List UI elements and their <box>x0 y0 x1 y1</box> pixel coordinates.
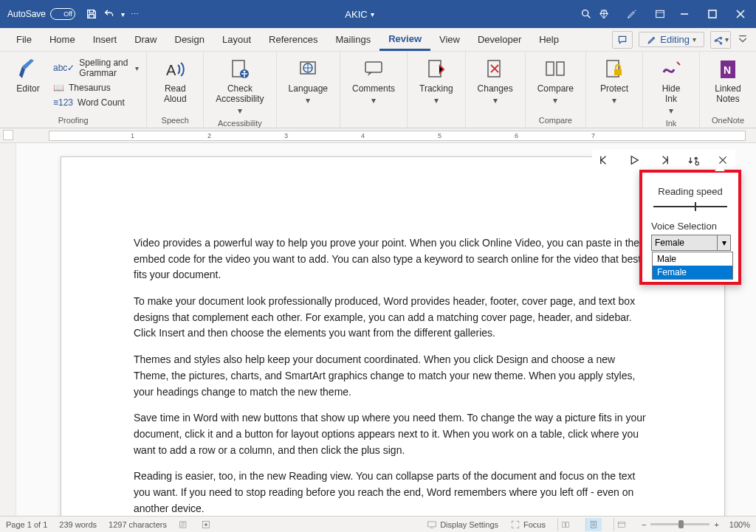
chevron-down-icon: ▾ <box>717 235 730 250</box>
voice-selection-label: Voice Selection <box>651 221 729 232</box>
focus-button[interactable]: Focus <box>510 519 546 530</box>
page-number[interactable]: Page 1 of 1 <box>6 520 47 529</box>
tab-home[interactable]: Home <box>41 28 84 51</box>
tab-file[interactable]: File <box>7 28 41 51</box>
tab-references[interactable]: References <box>260 28 326 51</box>
share-button[interactable]: ▾ <box>710 31 731 49</box>
status-bar: Page 1 of 1 239 words 1297 characters Di… <box>0 516 756 532</box>
macro-status-icon[interactable] <box>201 519 211 530</box>
tracking-button[interactable]: Tracking▾ <box>415 55 458 108</box>
voice-selection-combo[interactable]: Female ▾ Male Female <box>651 235 731 251</box>
reading-speed-slider[interactable] <box>653 206 727 207</box>
zoom-in-button[interactable]: + <box>714 520 718 529</box>
play-button[interactable] <box>626 152 642 168</box>
popup-arrow-icon <box>715 165 725 171</box>
save-icon[interactable] <box>86 8 97 20</box>
web-layout-view-button[interactable] <box>614 518 630 531</box>
svg-point-0 <box>583 10 588 16</box>
language-button[interactable]: Language▾ <box>284 55 332 108</box>
tab-developer[interactable]: Developer <box>469 28 530 51</box>
toggle-off-icon: Off <box>50 8 75 20</box>
document-workspace: Video provides a powerful way to help yo… <box>0 143 756 516</box>
word-count-button[interactable]: ≡123Word Count <box>53 97 139 108</box>
vertical-ruler[interactable] <box>0 143 16 516</box>
paragraph: To make your document look professionall… <box>134 294 652 342</box>
tab-review[interactable]: Review <box>379 28 430 51</box>
changes-button[interactable]: Changes▾ <box>473 55 518 108</box>
maximize-button[interactable] <box>700 4 725 24</box>
protect-button[interactable]: Protect▾ <box>594 55 635 108</box>
undo-more-icon[interactable]: ▾ <box>121 10 125 18</box>
pencil-icon <box>647 35 657 45</box>
svg-rect-10 <box>429 61 441 77</box>
word-count-status[interactable]: 239 words <box>59 520 97 529</box>
group-compare: Compare <box>533 114 578 128</box>
read-aloud-button[interactable]: A Read Aloud <box>154 55 196 106</box>
svg-rect-12 <box>546 62 554 75</box>
voice-option-female[interactable]: Female <box>653 266 732 279</box>
tab-view[interactable]: View <box>430 28 469 51</box>
zoom-level[interactable]: 100% <box>729 520 750 529</box>
linked-notes-button[interactable]: N Linked Notes <box>707 55 749 106</box>
collapse-ribbon-icon[interactable] <box>737 34 749 46</box>
character-count-status[interactable]: 1297 characters <box>109 520 167 529</box>
check-accessibility-button[interactable]: Check Accessibility▾ <box>211 55 268 117</box>
settings-button[interactable] <box>685 152 701 168</box>
close-button[interactable] <box>728 4 753 24</box>
paragraph: Reading is easier, too, in the new Readi… <box>134 469 652 516</box>
title-bar: AutoSave Off ▾ ⋯ AKIC▾ <box>0 0 756 28</box>
search-icon[interactable] <box>580 8 592 20</box>
zoom-control[interactable]: − + 100% <box>642 520 750 529</box>
comments-pane-button[interactable] <box>612 31 633 49</box>
minimize-button[interactable] <box>672 4 697 24</box>
voice-option-male[interactable]: Male <box>653 252 732 266</box>
compare-button[interactable]: Compare▾ <box>533 55 578 108</box>
thesaurus-button[interactable]: 📖Thesaurus <box>53 83 139 93</box>
tab-help[interactable]: Help <box>530 28 568 51</box>
svg-rect-24 <box>619 522 625 527</box>
editing-mode-button[interactable]: Editing▾ <box>639 32 704 47</box>
spell-check-status-icon[interactable] <box>179 519 189 530</box>
tab-insert[interactable]: Insert <box>84 28 126 51</box>
previous-button[interactable] <box>597 152 613 168</box>
document-page[interactable]: Video provides a powerful way to help yo… <box>61 156 725 516</box>
svg-rect-1 <box>656 10 664 17</box>
svg-point-21 <box>205 523 207 526</box>
tab-design[interactable]: Design <box>166 28 213 51</box>
window-controls <box>672 4 753 24</box>
zoom-out-button[interactable]: − <box>642 520 646 529</box>
tab-draw[interactable]: Draw <box>126 28 165 51</box>
editor-button[interactable]: Editor <box>7 55 49 96</box>
tab-mailings[interactable]: Mailings <box>327 28 380 51</box>
ruler-corner <box>3 130 13 140</box>
read-aloud-toolbar <box>592 149 735 171</box>
horizontal-ruler[interactable]: 1 2 3 4 5 6 7 <box>0 128 756 143</box>
print-layout-view-button[interactable] <box>585 518 602 531</box>
tab-layout[interactable]: Layout <box>213 28 260 51</box>
svg-rect-23 <box>591 521 597 528</box>
ribbon-review: Editor abc✓Spelling and Grammar▾ 📖Thesau… <box>0 52 756 128</box>
read-mode-view-button[interactable] <box>557 518 574 531</box>
undo-icon[interactable] <box>103 8 115 20</box>
window-app-icon[interactable] <box>654 8 666 20</box>
display-settings-button[interactable]: Display Settings <box>427 519 498 530</box>
svg-point-6 <box>243 71 245 73</box>
document-title[interactable]: AKIC▾ <box>139 9 580 20</box>
hide-ink-button[interactable]: Hide Ink▾ <box>650 55 692 117</box>
group-proofing: Proofing <box>7 114 139 128</box>
spelling-grammar-button[interactable]: abc✓Spelling and Grammar▾ <box>53 58 139 78</box>
comments-button[interactable]: Comments▾ <box>348 55 399 108</box>
autosave-toggle[interactable]: AutoSave Off <box>7 8 75 20</box>
qat-customize-icon[interactable]: ⋯ <box>131 10 139 19</box>
diamond-icon[interactable] <box>598 8 610 20</box>
svg-point-18 <box>695 162 699 165</box>
reading-speed-label: Reading speed <box>651 186 729 197</box>
svg-rect-15 <box>614 69 622 75</box>
zoom-slider[interactable] <box>650 523 709 525</box>
svg-rect-13 <box>557 62 564 75</box>
svg-rect-22 <box>428 521 436 526</box>
pen-sparkle-icon[interactable] <box>626 8 638 20</box>
paragraph: Save time in Word with new buttons that … <box>134 410 652 458</box>
svg-rect-2 <box>709 10 716 18</box>
next-button[interactable] <box>656 152 672 168</box>
